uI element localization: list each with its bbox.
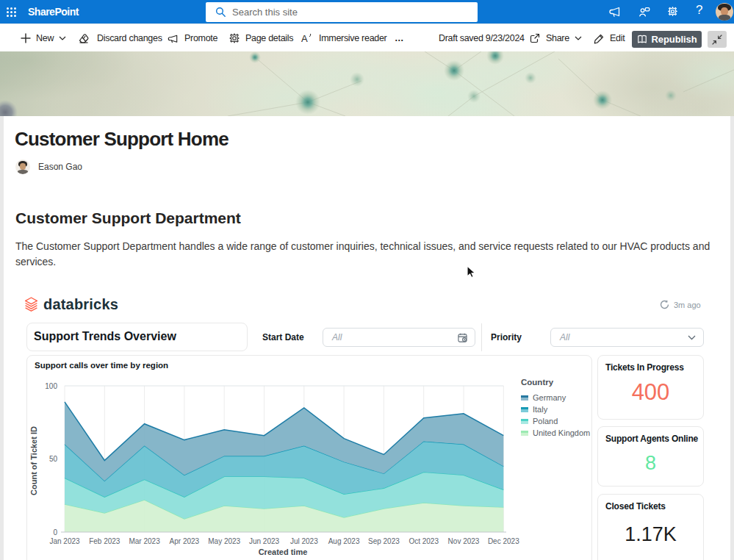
svg-text:Oct 2023: Oct 2023 xyxy=(409,537,439,545)
svg-text:100: 100 xyxy=(45,382,57,390)
svg-text:A: A xyxy=(301,33,308,44)
svg-text:0: 0 xyxy=(53,528,57,536)
svg-text:Jan 2023: Jan 2023 xyxy=(49,537,80,545)
svg-text:Apr 2023: Apr 2023 xyxy=(170,537,200,545)
svg-text:Jun 2023: Jun 2023 xyxy=(249,537,280,545)
svg-text:Nov 2023: Nov 2023 xyxy=(448,537,480,545)
svg-text:May 2023: May 2023 xyxy=(208,537,240,545)
svg-text:Count of Ticket ID: Count of Ticket ID xyxy=(29,426,38,495)
svg-text:Jul 2023: Jul 2023 xyxy=(290,537,318,545)
svg-text:Feb 2023: Feb 2023 xyxy=(89,537,120,545)
svg-text:Mar 2023: Mar 2023 xyxy=(129,537,160,545)
svg-text:50: 50 xyxy=(49,455,58,463)
svg-text:Aug 2023: Aug 2023 xyxy=(328,537,360,545)
svg-text:Created time: Created time xyxy=(259,548,308,556)
svg-text:Sep 2023: Sep 2023 xyxy=(368,537,400,545)
svg-text:Dec 2023: Dec 2023 xyxy=(488,537,519,545)
